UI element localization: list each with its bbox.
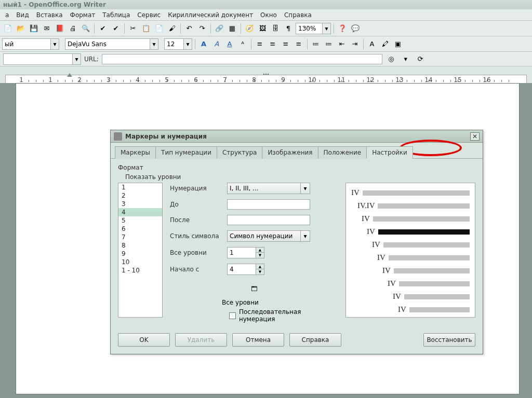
redo-icon[interactable]: ↷: [196, 23, 208, 34]
spin-down-icon[interactable]: ▼: [256, 269, 264, 275]
highlight-icon[interactable]: 🖍: [379, 38, 391, 50]
copy-icon[interactable]: 📋: [140, 23, 152, 34]
print-icon[interactable]: 🖨: [67, 23, 78, 34]
italic-icon[interactable]: A: [211, 38, 222, 50]
increase-indent-icon[interactable]: ⇥: [349, 38, 361, 50]
preview-icon[interactable]: 🔍: [80, 23, 91, 34]
level-item[interactable]: 1 - 10: [118, 266, 162, 275]
level-item-selected[interactable]: 4: [118, 208, 162, 216]
tab-numbering-type[interactable]: Тип нумерации: [155, 146, 217, 159]
font-name-combo[interactable]: DejaVu Sans ▾: [65, 38, 158, 50]
checkbox-icon[interactable]: [229, 312, 236, 319]
tab-position[interactable]: Положение: [318, 146, 367, 159]
after-input[interactable]: [227, 215, 310, 225]
decrease-indent-icon[interactable]: ⇤: [336, 38, 348, 50]
alllevels-spinner[interactable]: 1 ▲ ▼: [227, 247, 264, 258]
level-item[interactable]: 6: [118, 225, 162, 233]
close-button[interactable]: ✕: [470, 132, 480, 141]
menu-item[interactable]: а: [2, 10, 12, 20]
spellcheck-icon[interactable]: ✔: [97, 23, 109, 34]
paste-icon[interactable]: 📄: [153, 23, 165, 34]
numbering-combo[interactable]: I, II, III, ... ▾: [227, 183, 310, 194]
background-color-icon[interactable]: ▣: [392, 38, 404, 50]
numbering-icon[interactable]: ≔: [310, 38, 322, 50]
menu-item[interactable]: Вид: [13, 10, 32, 20]
tab-graphics[interactable]: Изображения: [262, 146, 318, 159]
chevron-down-icon[interactable]: ▾: [322, 23, 330, 34]
open-icon[interactable]: 📂: [15, 23, 26, 34]
menu-item[interactable]: Формат: [67, 10, 99, 20]
table-icon[interactable]: ▦: [227, 23, 238, 34]
url-history-combo[interactable]: ▾: [3, 53, 81, 65]
nonprinting-icon[interactable]: ¶: [283, 23, 294, 34]
autospell-icon[interactable]: ✔: [110, 23, 122, 34]
spin-down-icon[interactable]: ▼: [256, 253, 264, 258]
level-item[interactable]: 8: [118, 241, 162, 250]
bullets-icon[interactable]: ≔: [323, 38, 335, 50]
format-paint-icon[interactable]: 🖌: [166, 23, 178, 34]
target-icon[interactable]: ◎: [385, 53, 397, 65]
reload-icon[interactable]: ⟳: [415, 53, 426, 65]
start-spinner[interactable]: 4 ▲ ▼: [227, 264, 264, 275]
chevron-down-icon[interactable]: ▾: [300, 231, 310, 241]
bold-icon[interactable]: A: [198, 38, 209, 50]
align-right-icon[interactable]: ≡: [280, 38, 291, 50]
spin-up-icon[interactable]: ▲: [256, 248, 264, 253]
align-justify-icon[interactable]: ≡: [293, 38, 304, 50]
levels-listbox[interactable]: 1 2 3 4 5 6 7 8 9 10 1 - 10: [118, 183, 163, 318]
pdf-icon[interactable]: 📕: [54, 23, 65, 34]
align-center-icon[interactable]: ≡: [267, 38, 278, 50]
whatsthis-icon[interactable]: 💬: [350, 23, 361, 34]
level-item[interactable]: 7: [118, 233, 162, 241]
tab-options[interactable]: Настройки: [366, 146, 413, 159]
menu-item[interactable]: Справка: [281, 10, 315, 20]
datasource-icon[interactable]: 🗄: [270, 23, 281, 34]
indent-marker[interactable]: [67, 73, 72, 77]
navigator-icon[interactable]: 🧭: [244, 23, 255, 34]
menu-item[interactable]: Кириллический документ: [165, 10, 256, 20]
tab-outline[interactable]: Структура: [217, 146, 262, 159]
new-doc-icon[interactable]: 📄: [2, 23, 14, 34]
align-left-icon[interactable]: ≡: [254, 38, 265, 50]
chevron-down-icon[interactable]: ▾: [150, 39, 158, 49]
hyperlink-icon[interactable]: 🔗: [214, 23, 225, 34]
consecutive-checkbox[interactable]: Последовательная нумерация: [229, 308, 338, 323]
chevron-down-icon[interactable]: ▾: [183, 39, 192, 49]
save-icon[interactable]: 💾: [28, 23, 39, 34]
chevron-down-icon[interactable]: ▾: [72, 54, 81, 64]
superscript-icon[interactable]: ᴬ: [237, 38, 248, 50]
tab-bullets[interactable]: Маркеры: [115, 146, 156, 159]
level-item[interactable]: 5: [118, 216, 162, 225]
font-color-icon[interactable]: A: [366, 38, 378, 50]
delete-button[interactable]: Удалить: [175, 333, 227, 347]
url-input[interactable]: [102, 54, 382, 64]
reset-button[interactable]: Восстановить: [423, 333, 475, 347]
chevron-down-icon[interactable]: ▾: [50, 39, 59, 49]
stop-icon[interactable]: ▾: [400, 53, 411, 65]
email-icon[interactable]: ✉: [41, 23, 52, 34]
menu-item[interactable]: Сервис: [134, 10, 164, 20]
level-item[interactable]: 3: [118, 200, 162, 208]
undo-icon[interactable]: ↶: [183, 23, 195, 34]
cut-icon[interactable]: ✂: [127, 23, 139, 34]
menu-item[interactable]: Окно: [257, 10, 280, 20]
level-item[interactable]: 2: [118, 191, 162, 200]
font-size-combo[interactable]: 12 ▾: [164, 38, 192, 50]
chevron-down-icon[interactable]: ▾: [300, 183, 310, 194]
paragraph-style-combo[interactable]: ый ▾: [2, 38, 59, 50]
underline-icon[interactable]: A: [224, 38, 235, 50]
gallery-icon[interactable]: 🖼: [257, 23, 268, 34]
menu-item[interactable]: Вставка: [33, 10, 66, 20]
level-item[interactable]: 10: [118, 258, 162, 266]
help-button[interactable]: Справка: [289, 333, 341, 347]
charstyle-combo[interactable]: Символ нумерации ▾: [227, 230, 310, 242]
level-item[interactable]: 1: [118, 183, 162, 191]
before-input[interactable]: [227, 199, 310, 210]
help-icon[interactable]: ❓: [337, 23, 348, 34]
zoom-combo[interactable]: 130% ▾: [296, 23, 331, 34]
level-item[interactable]: 9: [118, 250, 162, 258]
spin-up-icon[interactable]: ▲: [256, 264, 264, 269]
cancel-button[interactable]: Отмена: [232, 333, 284, 347]
menu-item[interactable]: Таблица: [99, 10, 133, 20]
ok-button[interactable]: OK: [118, 333, 170, 347]
